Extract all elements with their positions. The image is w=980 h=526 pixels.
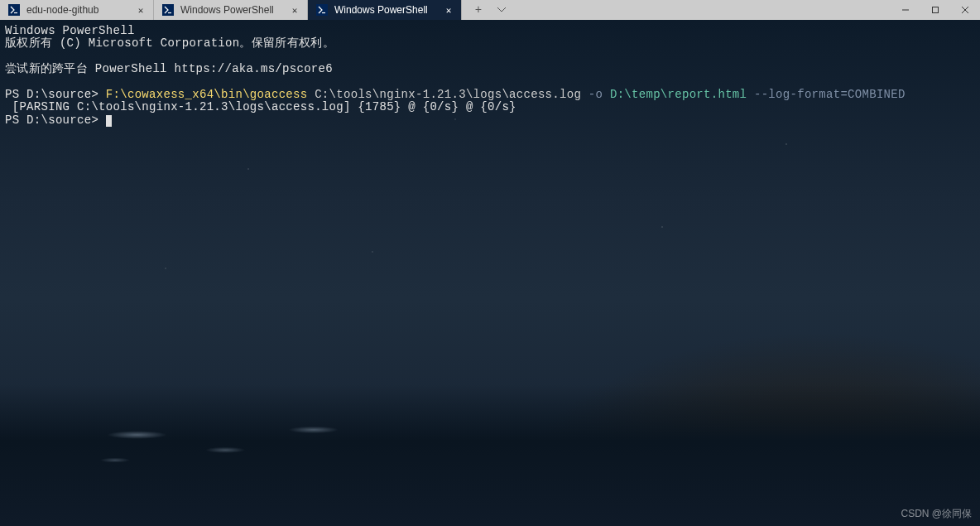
svg-rect-4 [933, 7, 939, 13]
titlebar-actions: + [467, 0, 513, 20]
close-icon[interactable]: ✕ [135, 4, 147, 16]
window-controls [891, 0, 980, 20]
terminal-output: Windows PowerShell版权所有 (C) Microsoft Cor… [0, 20, 980, 132]
tab-label: Windows PowerShell [180, 4, 282, 16]
cursor [106, 115, 112, 127]
powershell-icon [162, 4, 174, 16]
prompt: PS D:\source> [5, 88, 106, 101]
powershell-icon [316, 4, 328, 16]
terminal-line: Windows PowerShell [5, 25, 975, 37]
command-flag: -o [588, 88, 603, 101]
tab-powershell-2[interactable]: Windows PowerShell ✕ [308, 0, 462, 20]
tab-powershell-1[interactable]: Windows PowerShell ✕ [154, 0, 308, 20]
command-arg: C:\tools\nginx-1.21.3\logs\access.log [307, 88, 588, 101]
close-window-button[interactable] [950, 0, 980, 20]
powershell-icon [8, 4, 20, 16]
close-icon[interactable]: ✕ [443, 4, 454, 16]
titlebar: edu-node-github ✕ Windows PowerShell ✕ W… [0, 0, 980, 20]
background-sea [49, 384, 490, 485]
close-icon[interactable]: ✕ [289, 4, 300, 16]
terminal-line: 尝试新的跨平台 PowerShell https://aka.ms/pscore… [5, 63, 975, 75]
terminal-line: 版权所有 (C) Microsoft Corporation。保留所有权利。 [5, 37, 975, 50]
terminal-line: [PARSING C:\tools\nginx-1.21.3\logs\acce… [5, 101, 975, 113]
tab-dropdown-button[interactable] [490, 0, 513, 20]
watermark: CSDN @徐同保 [901, 507, 972, 521]
terminal-line [5, 51, 975, 63]
new-tab-button[interactable]: + [467, 0, 490, 20]
maximize-button[interactable] [920, 0, 950, 20]
tab-label: edu-node-github [26, 4, 128, 16]
terminal-area[interactable]: Windows PowerShell版权所有 (C) Microsoft Cor… [0, 20, 980, 526]
command-output-path: D:\temp\report.html [603, 88, 754, 101]
command-binary: F:\cowaxess_x64\bin\goaccess [106, 88, 308, 101]
tab-strip: edu-node-github ✕ Windows PowerShell ✕ W… [0, 0, 462, 20]
command-flag: --log-format=COMBINED [754, 88, 906, 101]
terminal-line [5, 76, 975, 89]
minimize-button[interactable] [891, 0, 920, 20]
prompt: PS D:\source> [5, 113, 106, 127]
tab-edu-node-github[interactable]: edu-node-github ✕ [0, 0, 154, 20]
tab-label: Windows PowerShell [334, 4, 436, 16]
terminal-command-line: PS D:\source> F:\cowaxess_x64\bin\goacce… [5, 89, 975, 101]
terminal-prompt-line: PS D:\source> [5, 114, 975, 127]
